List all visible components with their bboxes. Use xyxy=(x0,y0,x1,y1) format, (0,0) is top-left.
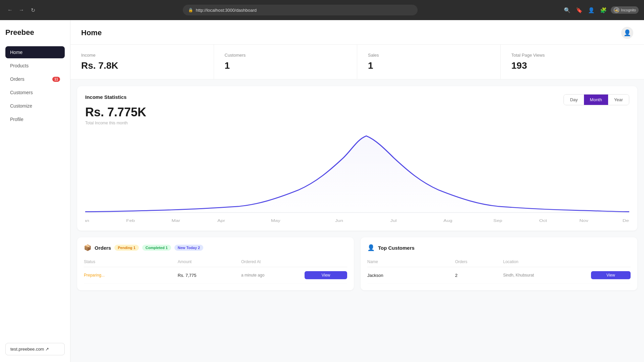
page-title: Home xyxy=(81,28,102,37)
badge-pending: Pending 1 xyxy=(114,245,139,251)
chart-label-oct: Oct xyxy=(539,218,547,223)
period-year-button[interactable]: Year xyxy=(608,95,629,105)
search-button[interactable]: 🔍 xyxy=(562,5,572,15)
customers-icon: 👤 xyxy=(367,244,375,251)
chart-label-jul: Jul xyxy=(390,218,397,223)
sidebar-item-customize[interactable]: Customize xyxy=(5,100,65,112)
sidebar-item-label-customers: Customers xyxy=(10,90,33,95)
sidebar-item-customers[interactable]: Customers xyxy=(5,86,65,99)
chart-label-feb: Feb xyxy=(126,218,135,223)
stat-card-income: Income Rs. 7.8K xyxy=(70,45,214,79)
stat-value-customers: 1 xyxy=(225,60,346,71)
orders-icon: 📦 xyxy=(84,244,91,251)
browser-actions: 🔍 🔖 👤 🧩 🕵 Incognito xyxy=(562,5,639,15)
customers-col-location: Location xyxy=(503,259,588,264)
bottom-section: 📦 Orders Pending 1 Completed 1 New Today… xyxy=(77,237,637,290)
sidebar-item-label-profile: Profile xyxy=(10,117,23,122)
orders-col-ordered-at: Ordered At xyxy=(241,259,302,264)
chart-label-nov: Nov xyxy=(580,218,589,223)
stat-value-sales: 1 xyxy=(368,60,490,71)
order-amount: Rs. 7,775 xyxy=(178,273,238,278)
customers-col-orders: Orders xyxy=(455,259,500,264)
chart-label-aug: Aug xyxy=(443,218,452,223)
customer-orders: 2 xyxy=(455,273,500,278)
user-avatar-button[interactable]: 👤 xyxy=(621,27,633,39)
stat-card-sales: Sales 1 xyxy=(357,45,501,79)
stat-label-customers: Customers xyxy=(225,53,346,58)
income-header: Income Statistics Rs. 7.775K Total Incom… xyxy=(85,94,629,125)
orders-table-header: Status Amount Ordered At xyxy=(84,257,347,267)
customers-col-action xyxy=(591,259,631,264)
table-row: Jackson 2 Sindh, Khubsurat View xyxy=(367,267,631,284)
orders-col-action xyxy=(305,259,347,264)
top-customers-card: 👤 Top Customers Name Orders Location Jac… xyxy=(361,237,637,290)
browser-chrome: ← → ↻ 🔒 http://localhost:3000/dashboard … xyxy=(0,0,644,20)
sidebar-item-label-orders: Orders xyxy=(10,76,24,82)
order-view-button[interactable]: View xyxy=(305,271,347,279)
period-day-button[interactable]: Day xyxy=(564,95,584,105)
lock-icon: 🔒 xyxy=(188,8,193,12)
customer-view-button[interactable]: View xyxy=(591,271,631,279)
customers-card-title: Top Customers xyxy=(378,245,415,251)
table-row: Preparing... Rs. 7,775 a minute ago View xyxy=(84,267,347,284)
incognito-icon: 🕵 xyxy=(613,7,620,13)
stat-card-customers: Customers 1 xyxy=(214,45,358,79)
income-info: Income Statistics Rs. 7.775K Total Incom… xyxy=(85,94,146,125)
badge-new-today: New Today 2 xyxy=(174,245,203,251)
sidebar-item-label-customize: Customize xyxy=(10,103,32,109)
incognito-label: Incognito xyxy=(621,8,636,12)
stat-label-pageviews: Total Page Views xyxy=(512,53,634,58)
stat-value-income: Rs. 7.8K xyxy=(81,60,203,71)
badge-completed: Completed 1 xyxy=(142,245,171,251)
chart-label-apr: Apr xyxy=(217,218,225,223)
orders-col-amount: Amount xyxy=(178,259,238,264)
period-month-button[interactable]: Month xyxy=(584,95,608,105)
extensions-button[interactable]: 🧩 xyxy=(599,5,608,15)
forward-button[interactable]: → xyxy=(17,5,26,15)
external-link-button[interactable]: test.preebee.com ↗ xyxy=(5,343,65,355)
chart-label-may: May xyxy=(271,218,280,223)
app-layout: Preebee Home Products Orders 11 Customer… xyxy=(0,20,644,362)
customers-card-header: 👤 Top Customers xyxy=(367,244,631,251)
account-button[interactable]: 👤 xyxy=(587,5,596,15)
chart-label-jun: Jun xyxy=(335,218,343,223)
income-amount: Rs. 7.775K xyxy=(85,105,146,119)
orders-badge: 11 xyxy=(52,77,60,82)
chart-label-mar: Mar xyxy=(172,218,180,223)
chart-label-dec: Dec xyxy=(623,218,629,223)
main-header: Home 👤 xyxy=(70,20,644,45)
income-title: Income Statistics xyxy=(85,94,146,100)
nav-menu: Home Products Orders 11 Customers Custom… xyxy=(5,46,65,125)
chart-svg: Jan Feb Mar Apr May Jun Jul Aug Sep Oct … xyxy=(85,129,629,223)
sidebar-item-label-products: Products xyxy=(10,63,29,68)
period-buttons: Day Month Year xyxy=(564,94,629,105)
orders-card: 📦 Orders Pending 1 Completed 1 New Today… xyxy=(77,237,354,290)
stat-label-sales: Sales xyxy=(368,53,490,58)
external-link-label: test.preebee.com ↗ xyxy=(10,347,49,352)
sidebar-item-home[interactable]: Home xyxy=(5,46,65,58)
chart-label-jan: Jan xyxy=(85,218,89,223)
stat-label-income: Income xyxy=(81,53,203,58)
income-section: Income Statistics Rs. 7.775K Total Incom… xyxy=(77,86,637,231)
sidebar-item-products[interactable]: Products xyxy=(5,60,65,72)
order-time: a minute ago xyxy=(241,273,302,278)
incognito-badge: 🕵 Incognito xyxy=(611,6,639,14)
sidebar-item-orders[interactable]: Orders 11 xyxy=(5,73,65,85)
orders-card-title: Orders xyxy=(95,245,111,251)
sidebar-item-profile[interactable]: Profile xyxy=(5,113,65,125)
back-button[interactable]: ← xyxy=(5,5,15,15)
stat-value-pageviews: 193 xyxy=(512,60,634,71)
main-content: Home 👤 Income Rs. 7.8K Customers 1 Sales… xyxy=(70,20,644,362)
income-subtitle: Total Income this month xyxy=(85,121,146,125)
url-text: http://localhost:3000/dashboard xyxy=(196,8,412,13)
address-bar[interactable]: 🔒 http://localhost:3000/dashboard xyxy=(183,5,418,15)
reload-button[interactable]: ↻ xyxy=(28,5,38,15)
income-chart: Jan Feb Mar Apr May Jun Jul Aug Sep Oct … xyxy=(85,129,629,223)
orders-card-header: 📦 Orders Pending 1 Completed 1 New Today… xyxy=(84,244,347,251)
stats-row: Income Rs. 7.8K Customers 1 Sales 1 Tota… xyxy=(70,45,644,79)
customer-location: Sindh, Khubsurat xyxy=(503,273,588,278)
bookmark-button[interactable]: 🔖 xyxy=(575,5,584,15)
logo: Preebee xyxy=(5,27,65,38)
sidebar: Preebee Home Products Orders 11 Customer… xyxy=(0,20,70,362)
order-status: Preparing... xyxy=(84,273,175,278)
